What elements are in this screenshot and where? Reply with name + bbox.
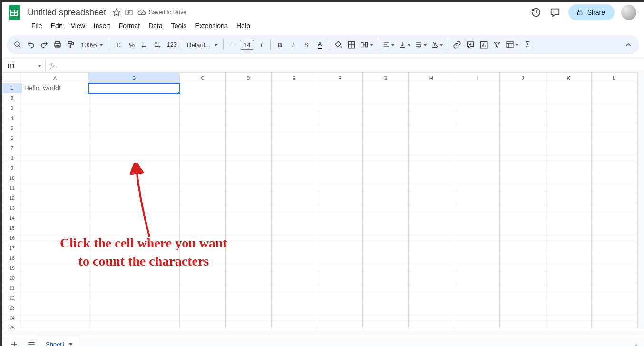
column-header[interactable]: J (500, 73, 546, 83)
cell-G23[interactable] (363, 303, 409, 313)
column-header[interactable]: D (225, 73, 271, 83)
cell-J8[interactable] (500, 153, 546, 163)
cell-I16[interactable] (454, 233, 500, 243)
cell-B17[interactable] (88, 243, 180, 253)
cell-D9[interactable] (225, 163, 271, 173)
row-header[interactable]: 10 (2, 173, 22, 183)
currency-button[interactable]: £ (112, 38, 125, 51)
print-icon[interactable] (51, 38, 64, 51)
cell-J23[interactable] (500, 303, 546, 313)
vertical-align-button[interactable] (397, 38, 412, 51)
insert-chart-button[interactable] (478, 38, 490, 51)
row-header[interactable]: 5 (2, 123, 22, 133)
menu-format[interactable]: Format (115, 20, 144, 31)
cell-B23[interactable] (88, 303, 180, 313)
cell-H10[interactable] (409, 173, 454, 183)
cell-E1[interactable] (271, 83, 317, 93)
cell-H23[interactable] (409, 303, 454, 313)
cell-G1[interactable] (363, 83, 409, 93)
text-wrap-button[interactable] (413, 38, 429, 51)
column-header[interactable]: H (409, 73, 454, 83)
cell-I15[interactable] (454, 223, 500, 233)
cell-L21[interactable] (591, 283, 637, 293)
row-header[interactable]: 17 (2, 243, 22, 253)
share-button[interactable]: Share (568, 4, 615, 20)
cell-J19[interactable] (500, 263, 546, 273)
cell-A6[interactable] (22, 133, 88, 143)
cell-G21[interactable] (363, 283, 409, 293)
cell-D2[interactable] (225, 93, 271, 103)
cell-K12[interactable] (546, 193, 591, 203)
account-avatar[interactable] (621, 5, 636, 20)
bold-button[interactable]: B (273, 38, 286, 51)
cell-G4[interactable] (363, 113, 409, 123)
sheets-logo[interactable] (8, 4, 21, 21)
cell-B19[interactable] (88, 263, 180, 273)
cell-L24[interactable] (591, 313, 637, 323)
cell-I21[interactable] (454, 283, 500, 293)
cell-K6[interactable] (546, 133, 591, 143)
sheet-tab-menu-icon[interactable] (69, 343, 73, 346)
cell-G12[interactable] (363, 193, 409, 203)
undo-icon[interactable] (25, 38, 37, 51)
row-header[interactable]: 4 (2, 113, 22, 123)
cell-K15[interactable] (546, 223, 591, 233)
menu-data[interactable]: Data (145, 20, 166, 31)
cell-E5[interactable] (271, 123, 317, 133)
cell-E20[interactable] (271, 273, 317, 283)
cell-J15[interactable] (500, 223, 546, 233)
cell-L4[interactable] (591, 113, 637, 123)
cell-B21[interactable] (88, 283, 180, 293)
fill-color-button[interactable] (332, 38, 344, 51)
cell-H24[interactable] (409, 313, 454, 323)
cell-K14[interactable] (546, 213, 591, 223)
cell-D15[interactable] (225, 223, 271, 233)
cell-J7[interactable] (500, 143, 546, 153)
cell-K8[interactable] (546, 153, 591, 163)
cell-A10[interactable] (22, 173, 88, 183)
collapse-toolbar-icon[interactable] (622, 38, 634, 51)
cell-H8[interactable] (409, 153, 454, 163)
cell-I20[interactable] (454, 273, 500, 283)
menu-extensions[interactable]: Extensions (191, 20, 231, 31)
column-header[interactable]: L (591, 73, 637, 83)
cell-D10[interactable] (225, 173, 271, 183)
cell-F12[interactable] (317, 193, 362, 203)
cell-L7[interactable] (591, 143, 637, 153)
decrease-font-size-button[interactable]: − (226, 38, 239, 51)
cell-E25[interactable] (271, 323, 317, 329)
cell-B11[interactable] (88, 183, 180, 193)
cell-I8[interactable] (454, 153, 500, 163)
cell-C3[interactable] (180, 103, 225, 113)
cell-H25[interactable] (409, 323, 454, 329)
cell-K5[interactable] (546, 123, 591, 133)
cell-L23[interactable] (591, 303, 637, 313)
cell-C16[interactable] (180, 233, 225, 243)
cell-H12[interactable] (409, 193, 454, 203)
cell-G3[interactable] (363, 103, 409, 113)
cell-G18[interactable] (363, 253, 409, 263)
all-sheets-button[interactable] (23, 336, 40, 346)
cell-D1[interactable] (225, 83, 271, 93)
cell-J6[interactable] (500, 133, 546, 143)
cell-F19[interactable] (317, 263, 362, 273)
insert-link-button[interactable] (451, 38, 463, 51)
cell-K18[interactable] (546, 253, 591, 263)
column-header[interactable]: F (317, 73, 362, 83)
cell-K19[interactable] (546, 263, 591, 273)
cell-L5[interactable] (591, 123, 637, 133)
insert-comment-button[interactable] (464, 38, 477, 51)
row-header[interactable]: 21 (2, 283, 22, 293)
cell-I5[interactable] (454, 123, 500, 133)
cell-D7[interactable] (225, 143, 271, 153)
sheet-tab[interactable]: Sheet1 (40, 336, 78, 346)
cell-F11[interactable] (317, 183, 362, 193)
cell-I23[interactable] (454, 303, 500, 313)
cell-I22[interactable] (454, 293, 500, 303)
row-header[interactable]: 14 (2, 213, 22, 223)
cell-L16[interactable] (591, 233, 637, 243)
cell-D21[interactable] (225, 283, 271, 293)
cell-B25[interactable] (88, 323, 180, 329)
cell-K24[interactable] (546, 313, 591, 323)
merge-cells-button[interactable] (359, 38, 375, 51)
